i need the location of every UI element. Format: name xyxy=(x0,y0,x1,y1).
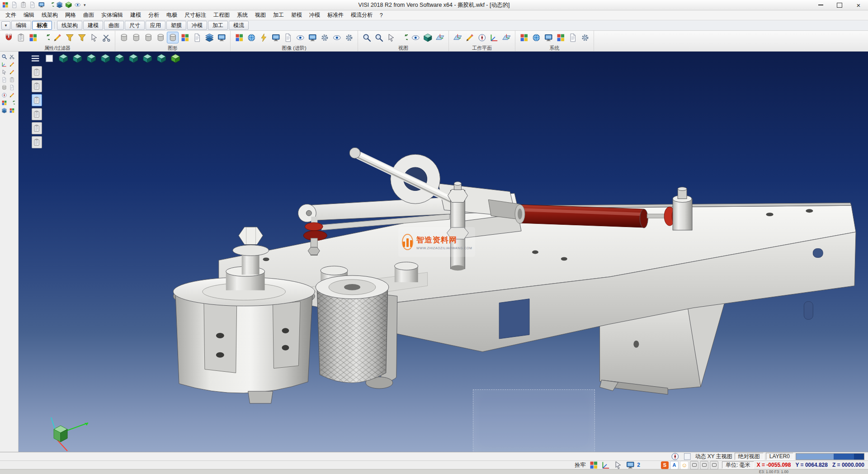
menu-item-view[interactable]: 视图 xyxy=(251,10,269,20)
layers-icon[interactable] xyxy=(1,107,8,114)
ime-language-icon[interactable]: A xyxy=(670,461,679,469)
axon-view-2-icon[interactable] xyxy=(71,52,83,64)
app-icon[interactable] xyxy=(1,1,9,9)
tab-modeling[interactable]: 建模 xyxy=(83,21,103,30)
menu-item-standard-parts[interactable]: 标准件 xyxy=(324,10,347,20)
sketch-pencil-icon[interactable] xyxy=(9,61,15,68)
print-icon[interactable] xyxy=(38,1,46,9)
globe-icon[interactable] xyxy=(531,32,542,43)
filter-add-icon[interactable] xyxy=(76,32,87,43)
layer-color-bar[interactable] xyxy=(796,453,864,460)
menu-item-dimension[interactable]: 尺寸标注 xyxy=(181,10,210,20)
menu-item-analysis[interactable]: 分析 xyxy=(145,10,163,20)
solid-cylinder-icon[interactable] xyxy=(1,84,8,91)
menu-item-modeling[interactable]: 建模 xyxy=(127,10,145,20)
tab-standard[interactable]: 标准 xyxy=(32,21,52,30)
tab-dimension[interactable]: 尺寸 xyxy=(125,21,145,30)
menu-item-edit[interactable]: 编辑 xyxy=(20,10,38,20)
color-palette-icon[interactable] xyxy=(519,32,529,43)
axon-view-1-icon[interactable] xyxy=(57,52,69,64)
selection-list-3-icon[interactable] xyxy=(32,94,42,106)
import-icon[interactable] xyxy=(47,1,55,9)
ghost-mode-icon[interactable] xyxy=(155,32,166,43)
wireframe-mode-icon[interactable] xyxy=(118,32,129,43)
calculator-icon[interactable] xyxy=(567,32,578,43)
filter-icon[interactable] xyxy=(64,32,75,43)
ime-emoji-icon[interactable]: ☺ xyxy=(680,461,689,469)
plan-view-icon[interactable] xyxy=(43,52,55,64)
menu-item-system[interactable]: 系统 xyxy=(233,10,251,20)
shaded-mode-icon[interactable] xyxy=(131,32,142,43)
trim-scissors-icon[interactable] xyxy=(9,53,15,60)
menu-item-help[interactable]: ? xyxy=(376,11,387,19)
menu-item-die[interactable]: 冲模 xyxy=(306,10,324,20)
axon-view-6-icon[interactable] xyxy=(127,52,139,64)
drawing-sheet-icon[interactable] xyxy=(192,32,203,43)
properties-icon[interactable] xyxy=(15,32,26,43)
advanced-settings-icon[interactable] xyxy=(344,32,354,43)
viewport[interactable]: 智造资料网 WWW.ZHIZAOZILIAOWANG.COM xyxy=(19,52,868,452)
menu-item-file[interactable]: 文件 xyxy=(2,10,20,20)
menu-item-solid-edit[interactable]: 实体编辑 xyxy=(98,10,127,20)
keyboard-icon[interactable] xyxy=(700,461,708,469)
title-bar[interactable]: ▾ VISI 2018 R2 from Vero Software x64 - … xyxy=(0,0,868,10)
tab-application[interactable]: 应用 xyxy=(146,21,165,30)
axon-view-4-icon[interactable] xyxy=(99,52,111,64)
active-layer-cell[interactable]: LAYER0 xyxy=(766,453,793,460)
rotate-view-icon[interactable] xyxy=(398,32,409,43)
ime-toolbox-icon[interactable] xyxy=(710,461,718,469)
monitor-icon[interactable] xyxy=(543,32,554,43)
match-color-icon[interactable] xyxy=(28,32,38,43)
tab-dropdown-button[interactable]: ▼ xyxy=(1,21,10,30)
stereo-view-icon[interactable] xyxy=(331,32,342,43)
undo-icon[interactable] xyxy=(9,100,15,106)
layer-stack-icon[interactable] xyxy=(204,32,215,43)
absolute-view-cell[interactable]: 绝对视图 xyxy=(735,453,764,460)
edit-pen-icon[interactable] xyxy=(9,69,15,76)
grid-settings-icon[interactable] xyxy=(555,32,566,43)
sheet-icon[interactable] xyxy=(1,76,8,83)
paint-icon[interactable] xyxy=(9,107,15,114)
snap-axes-icon[interactable] xyxy=(1,61,8,68)
camera-icon[interactable] xyxy=(295,32,306,43)
menu-item-mesh[interactable]: 网格 xyxy=(61,10,80,20)
selection-list-5-icon[interactable] xyxy=(32,122,42,134)
menu-item-surface[interactable]: 曲面 xyxy=(80,10,98,20)
tab-moldflow[interactable]: 模流 xyxy=(229,21,249,30)
tab-machining[interactable]: 加工 xyxy=(208,21,228,30)
align-plane-icon[interactable] xyxy=(501,32,512,43)
render-settings-icon[interactable] xyxy=(216,32,227,43)
filter-reset-icon[interactable] xyxy=(101,32,112,43)
background-icon[interactable] xyxy=(283,32,293,43)
snapshot-icon[interactable] xyxy=(307,32,318,43)
note-icon[interactable] xyxy=(9,84,15,91)
magnet-icon[interactable] xyxy=(3,32,14,43)
workplane-icon[interactable] xyxy=(452,32,463,43)
close-button[interactable]: × xyxy=(849,0,868,10)
texture-icon[interactable] xyxy=(234,32,245,43)
zoom-all-icon[interactable] xyxy=(361,32,372,43)
move-cursor-icon[interactable] xyxy=(1,69,8,76)
axon-view-5-icon[interactable] xyxy=(113,52,125,64)
material-icon[interactable] xyxy=(246,32,257,43)
save-icon[interactable] xyxy=(28,1,37,9)
measure-compass-icon[interactable] xyxy=(1,92,8,99)
workplane-edit-icon[interactable] xyxy=(464,32,475,43)
new-document-icon[interactable] xyxy=(10,1,19,9)
zoom-window-icon[interactable] xyxy=(373,32,384,43)
snap-lock-label[interactable]: 拴牢 xyxy=(575,461,585,469)
tab-wireframe[interactable]: 线架构 xyxy=(57,21,82,30)
tab-die[interactable]: 冲模 xyxy=(187,21,207,30)
open-file-icon[interactable] xyxy=(19,1,28,9)
layers-manager-icon[interactable] xyxy=(56,1,64,9)
notification-badge[interactable]: 2 xyxy=(636,462,642,468)
selection-list-6-icon[interactable] xyxy=(32,136,42,148)
compass-icon[interactable] xyxy=(476,32,487,43)
clipboard-icon[interactable] xyxy=(9,76,15,83)
menu-item-moldflow[interactable]: 模流分析 xyxy=(347,10,376,20)
tab-surface[interactable]: 曲面 xyxy=(104,21,124,30)
view-cube-icon[interactable] xyxy=(422,32,433,43)
swap-attributes-icon[interactable] xyxy=(40,32,51,43)
lighting-icon[interactable] xyxy=(258,32,269,43)
animation-icon[interactable] xyxy=(319,32,330,43)
